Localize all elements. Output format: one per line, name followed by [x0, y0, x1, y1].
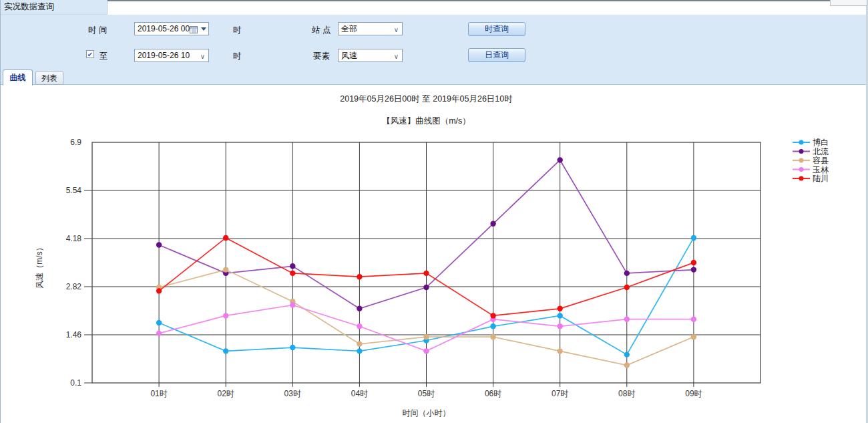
series-marker: [156, 242, 162, 247]
series-marker: [558, 313, 563, 318]
y-tick-label: 2.82: [66, 282, 82, 291]
chart-content-area: 2019年05月26日00时 至 2019年05月26日10时【风速】曲线图（m…: [1, 85, 866, 423]
date-dropdown-arrow-icon[interactable]: [201, 27, 206, 31]
y-tick-label: 1.46: [66, 330, 82, 339]
series-marker: [423, 271, 429, 276]
chevron-down-icon: ∨: [394, 51, 399, 63]
legend-label: 陆川: [813, 174, 829, 183]
y-tick-label: 6.9: [70, 138, 81, 147]
series-marker: [691, 235, 696, 241]
series-marker: [156, 320, 162, 325]
station-label: 站 点: [312, 25, 331, 36]
legend-marker: [799, 158, 804, 163]
x-axis-title: 时间（小时）: [403, 408, 451, 418]
series-marker: [490, 323, 495, 329]
legend-marker: [799, 140, 804, 145]
series-marker: [490, 221, 495, 227]
tab-list[interactable]: 列表: [35, 71, 63, 85]
y-tick-label: 5.54: [66, 186, 82, 195]
series-marker: [223, 348, 228, 354]
window-control-box: [830, 0, 867, 6]
chart-subtitle: 【风速】曲线图（m/s）: [382, 116, 471, 126]
station-selected-value: 全部: [341, 24, 357, 33]
y-axis-title: 风速（m/s）: [35, 243, 44, 288]
element-selected-value: 风速: [341, 51, 357, 60]
x-tick-label: 01时: [150, 389, 167, 398]
chart-title: 2019年05月26日00时 至 2019年05月26日10时: [340, 94, 512, 104]
legend-marker: [799, 149, 804, 154]
window-title: 实况数据查询: [1, 0, 107, 15]
wind-speed-line-chart: 2019年05月26日00时 至 2019年05月26日10时【风速】曲线图（m…: [1, 87, 868, 423]
x-tick-label: 02时: [218, 389, 234, 398]
series-marker: [290, 302, 295, 307]
series-marker: [290, 345, 295, 350]
series-marker: [156, 288, 162, 293]
series-marker: [558, 348, 563, 354]
series-marker: [691, 260, 696, 265]
legend-label: 北流: [813, 147, 829, 156]
hour-unit-label-1: 时: [233, 25, 242, 36]
series-marker: [490, 334, 495, 339]
x-tick-label: 06时: [485, 389, 501, 398]
series-marker: [691, 317, 696, 322]
to-label: 至: [99, 51, 108, 62]
legend-marker: [799, 167, 804, 172]
legend-marker: [799, 176, 804, 181]
chevron-down-icon: ∨: [394, 24, 399, 36]
legend-label: 博白: [813, 138, 829, 147]
series-marker: [558, 306, 563, 311]
realtime-data-query-window: 实况数据查询 时 间 2019-05-26 00 时 站 点 全部 ∨: [0, 0, 868, 423]
series-marker: [691, 267, 696, 272]
hour-unit-label-2: 时: [233, 51, 242, 62]
to-checkbox[interactable]: ✔: [86, 50, 94, 58]
end-time-value: 2019-05-26 10: [138, 51, 190, 60]
element-label: 要素: [313, 51, 330, 62]
end-time-input[interactable]: 2019-05-26 10 ∨: [134, 49, 209, 62]
element-select[interactable]: 风速 ∨: [338, 49, 403, 62]
series-marker: [357, 323, 362, 329]
x-tick-label: 05时: [418, 389, 435, 398]
y-tick-label: 0.1: [70, 378, 81, 388]
series-marker: [624, 317, 630, 322]
day-query-button[interactable]: 日查询: [468, 48, 525, 62]
x-tick-label: 03时: [284, 389, 301, 398]
tab-curve[interactable]: 曲线: [3, 69, 33, 86]
series-marker: [423, 334, 429, 339]
series-marker: [223, 267, 228, 272]
query-form-panel: 时 间 2019-05-26 00 时 站 点 全部 ∨ 时查询 ✔ 至: [1, 15, 866, 85]
series-marker: [691, 334, 696, 339]
series-marker: [624, 271, 630, 276]
series-marker: [558, 157, 563, 162]
series-marker: [357, 348, 362, 354]
series-marker: [223, 313, 228, 318]
series-marker: [423, 348, 429, 354]
x-tick-label: 07时: [552, 389, 568, 398]
x-tick-label: 04时: [351, 389, 368, 398]
legend-label: 玉林: [813, 165, 829, 174]
window-top-border: [104, 0, 866, 1]
series-marker: [357, 341, 362, 347]
hour-query-button[interactable]: 时查询: [468, 22, 525, 36]
series-marker: [423, 285, 429, 290]
y-tick-label: 4.18: [66, 234, 82, 243]
chevron-down-icon: ∨: [200, 51, 205, 63]
series-marker: [156, 331, 162, 336]
x-tick-label: 09时: [685, 389, 702, 398]
series-marker: [223, 235, 228, 241]
legend-label: 容县: [813, 156, 829, 165]
series-marker: [624, 351, 630, 357]
series-marker: [357, 274, 362, 279]
series-marker: [357, 306, 362, 311]
series-marker: [624, 362, 630, 368]
station-select[interactable]: 全部 ∨: [338, 22, 403, 35]
start-time-input[interactable]: 2019-05-26 00: [134, 22, 209, 35]
series-marker: [290, 271, 295, 276]
series-marker: [624, 285, 630, 290]
start-time-value: 2019-05-26 00: [138, 24, 190, 33]
time-label: 时 间: [88, 25, 107, 36]
series-marker: [490, 313, 495, 318]
series-marker: [290, 263, 295, 269]
series-marker: [558, 323, 563, 329]
x-tick-label: 08时: [618, 389, 635, 398]
calendar-icon[interactable]: [190, 25, 198, 37]
